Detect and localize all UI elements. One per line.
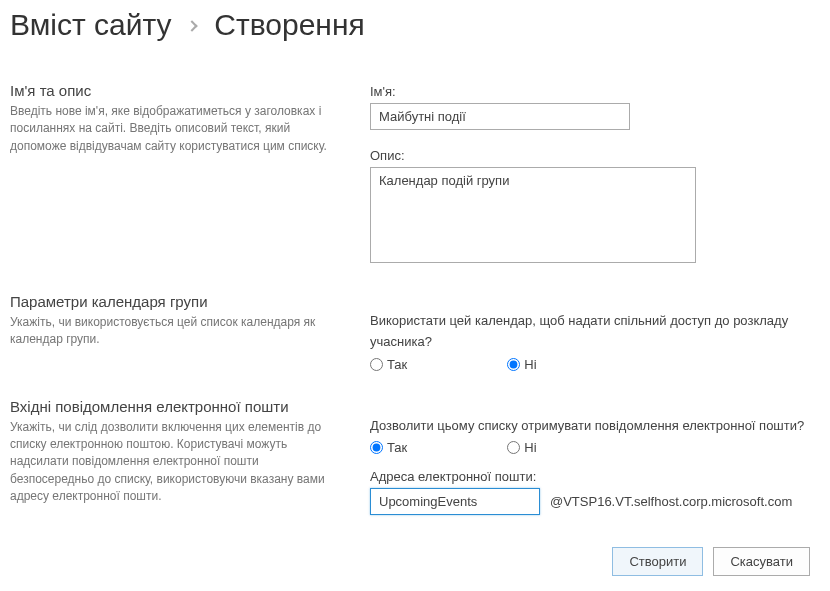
email-title: Вхідні повідомлення електронної пошти [10,398,340,415]
section-email: Вхідні повідомлення електронної пошти Ук… [10,398,810,516]
button-row: Створити Скасувати [10,547,810,576]
group-cal-desc: Укажіть, чи використовується цей список … [10,314,340,349]
radio-label-yes: Так [387,357,407,372]
email-radio-yes[interactable]: Так [370,440,407,455]
chevron-right-icon [186,20,197,31]
group-cal-radio-yes[interactable]: Так [370,357,407,372]
cancel-button[interactable]: Скасувати [713,547,810,576]
breadcrumb-parent[interactable]: Вміст сайту [10,8,172,41]
email-address-input[interactable] [370,488,540,515]
radio-input-yes[interactable] [370,358,383,371]
create-button[interactable]: Створити [612,547,703,576]
group-cal-question: Використати цей календар, щоб надати спі… [370,311,810,353]
radio-label-no: Ні [524,357,536,372]
name-input[interactable] [370,103,630,130]
radio-label-email-no: Ні [524,440,536,455]
name-section-desc: Введіть нове ім'я, яке відображатиметься… [10,103,340,155]
email-desc: Укажіть, чи слід дозволити включення цих… [10,419,340,506]
breadcrumb: Вміст сайту Створення [10,8,810,42]
radio-input-email-yes[interactable] [370,441,383,454]
radio-input-no[interactable] [507,358,520,371]
radio-label-email-yes: Так [387,440,407,455]
email-suffix: @VTSP16.VT.selfhost.corp.microsoft.com [550,494,792,509]
email-address-label: Адреса електронної пошти: [370,469,810,484]
group-cal-radio-no[interactable]: Ні [507,357,536,372]
desc-textarea[interactable]: Календар подій групи [370,167,696,263]
section-name-desc: Ім'я та опис Введіть нове ім'я, яке відо… [10,82,810,267]
radio-input-email-no[interactable] [507,441,520,454]
section-group-calendar: Параметри календаря групи Укажіть, чи ви… [10,293,810,372]
email-radio-no[interactable]: Ні [507,440,536,455]
desc-label: Опис: [370,148,810,163]
name-section-title: Ім'я та опис [10,82,340,99]
email-question: Дозволити цьому списку отримувати повідо… [370,416,810,437]
group-cal-title: Параметри календаря групи [10,293,340,310]
breadcrumb-current: Створення [214,8,364,41]
name-label: Ім'я: [370,84,810,99]
